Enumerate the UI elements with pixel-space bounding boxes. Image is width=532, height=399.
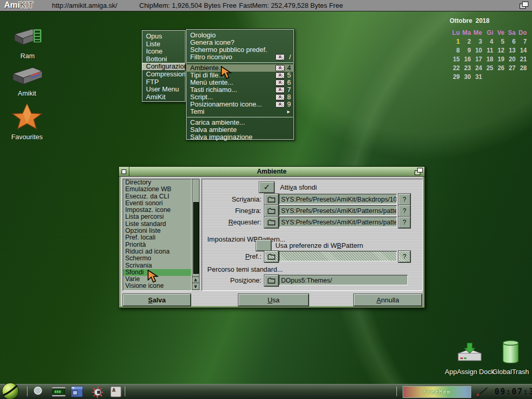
calendar-day: 30 <box>460 73 471 81</box>
menu-item[interactable]: Configurazione <box>142 63 185 71</box>
desktop-icon-label: GlobalTrash <box>490 368 531 376</box>
list-item[interactable]: Lista percorsi <box>123 214 191 220</box>
finestra-path-field[interactable]: SYS:Prefs/Presets/AmiKit/Patterns/patter… <box>279 205 397 216</box>
list-item[interactable]: Priorità <box>123 242 191 248</box>
taskbar-window-button[interactable] <box>71 386 83 399</box>
finestra-help-button[interactable]: ? <box>398 205 410 217</box>
list-item[interactable]: Directory <box>123 179 191 186</box>
desktop-icon-globaltrash[interactable]: GlobalTrash <box>490 339 531 376</box>
desktop-icon-favourites[interactable]: Favourites <box>3 103 51 141</box>
annulla-button[interactable]: Annulla <box>354 294 422 306</box>
requester-help-button[interactable]: ? <box>398 217 410 228</box>
menu-item[interactable]: FTP <box>142 78 185 86</box>
salva-button[interactable]: Salva <box>123 294 191 306</box>
calendar-day-headers: LuMaMeGiVeSaDo <box>449 29 527 36</box>
submenu-item[interactable]: Temi A ► <box>186 108 294 115</box>
scrivania-folder-button[interactable] <box>264 194 278 205</box>
calendar-day-header: Lu <box>449 29 460 36</box>
calendar-day: 8 <box>449 47 460 54</box>
list-item[interactable]: Impostaz. icone <box>123 207 191 214</box>
amikit-start-button[interactable] <box>1 382 20 399</box>
submenu-item[interactable]: Carica ambiente... <box>186 119 294 126</box>
submenu-item[interactable]: Posizionamento icone... A 9 <box>186 101 294 108</box>
window-depth-gadget-icon[interactable] <box>415 168 423 175</box>
menu-item[interactable]: Icone <box>142 48 185 56</box>
list-item[interactable]: Sfondi <box>123 269 191 276</box>
posizione-folder-button[interactable] <box>264 275 278 286</box>
submenu-arrow-icon: ► <box>286 108 291 115</box>
submenu-item[interactable]: Genera icone? A <box>186 39 294 46</box>
submenu-item[interactable]: Orologio A <box>186 32 294 39</box>
usa-wbpattern-checkbox[interactable] <box>256 240 271 251</box>
menu-item[interactable]: Compression <box>142 71 185 78</box>
calendar-month-title: Ottobre 2018 <box>450 17 527 24</box>
desktop-icon-ram[interactable]: Ram <box>7 27 48 60</box>
folder-icon <box>268 208 275 214</box>
submenu-item[interactable]: Salva impaginazione <box>186 134 294 141</box>
list-item[interactable]: Varie <box>123 276 191 283</box>
desktop-icon-amikit[interactable]: Amikit <box>6 65 48 97</box>
scrivania-help-button[interactable]: ? <box>398 194 410 205</box>
amiga-key-icon: A <box>275 94 285 100</box>
taskbar-search-button[interactable] <box>32 386 45 399</box>
submenu-item[interactable]: Schermo pubblico predef. A <box>186 46 294 54</box>
fastmem-status: FastMem: 252,479,528 Bytes Free <box>239 2 343 9</box>
screen-title-bar[interactable]: AmiKIT http://amikit.amiga.sk/ ChipMem: … <box>0 0 532 11</box>
finestra-folder-button[interactable] <box>264 205 278 217</box>
submenu-item[interactable]: Salva ambiente <box>186 126 294 134</box>
menu-item[interactable]: Bottoni <box>142 56 185 63</box>
screen-depth-gadget-icon[interactable] <box>520 2 529 9</box>
calendar-day: 18 <box>482 56 494 63</box>
list-item[interactable]: Visione icone <box>123 283 191 289</box>
taskbar-pencil-button[interactable] <box>475 387 489 399</box>
desktop-calendar: Ottobre 2018 LuMaMeGiVeSaDo 123456789101… <box>449 17 527 81</box>
freemem-gauge[interactable]: FreeMem <box>403 386 471 398</box>
menu-item[interactable]: AmiKit <box>142 94 185 101</box>
list-scrollbar[interactable]: ∧ ∨ <box>192 179 200 290</box>
taskbar-display-button[interactable] <box>52 386 65 399</box>
dopus-main-menu: OpusListeIconeBottoniConfigurazioneCompr… <box>141 30 186 102</box>
scroll-down-icon[interactable]: ∨ <box>192 283 199 289</box>
menu-item[interactable]: Liste <box>142 41 185 48</box>
posizione-path-field[interactable]: DOpus5:Themes/ <box>279 275 408 285</box>
usa-button[interactable]: Usa <box>238 294 309 306</box>
calendar-day <box>504 73 516 81</box>
menu-item[interactable]: Opus <box>142 33 185 41</box>
list-item[interactable]: Opzioni liste <box>123 228 191 234</box>
wbpattern-section-label: Impostazioni WBPattern... <box>207 235 285 243</box>
list-item[interactable]: Pref. locali <box>123 234 191 241</box>
desktop-icon-appassign-dock[interactable]: AppAssign Dock <box>445 342 495 376</box>
folder-icon <box>268 254 275 260</box>
attiva-sfondi-checkbox[interactable]: ✓ <box>259 182 274 193</box>
submenu-item[interactable]: Menù utente... A 6 <box>186 79 294 86</box>
requester-path-field[interactable]: SYS:Prefs/Presets/AmiKit/Patterns/patter… <box>279 217 397 227</box>
list-item[interactable]: Eventi sonori <box>123 200 191 207</box>
submenu-item[interactable]: Tipi di file... A 5 <box>186 72 294 79</box>
list-item[interactable]: Schermo <box>123 255 191 262</box>
submenu-item[interactable]: Script... A 8 <box>186 94 294 101</box>
scrivania-path-field[interactable]: SYS:Prefs/Presets/AmiKit/Backdrops/1024x… <box>279 194 397 204</box>
ram-drive-icon <box>10 27 45 49</box>
list-item[interactable]: Scrivania <box>123 262 191 269</box>
amiga-key-icon: A <box>275 72 285 78</box>
taskbar-keyboard-button[interactable]: A <box>110 386 122 399</box>
window-title-bar[interactable]: Ambiente <box>119 167 424 177</box>
list-item[interactable]: Liste standard <box>123 221 191 228</box>
pref-path-field <box>279 251 397 261</box>
submenu-item[interactable]: Tasti richiamo... A 7 <box>186 86 294 94</box>
taskbar-settings-button[interactable] <box>91 386 104 399</box>
folder-icon <box>268 196 275 203</box>
scrollbar-thumb[interactable] <box>193 202 199 274</box>
calendar-day: 22 <box>449 64 460 72</box>
menu-separator <box>187 117 293 117</box>
list-item[interactable]: Riduci ad icona <box>123 248 191 255</box>
submenu-item[interactable]: Filtro ricorsivo A / <box>186 54 294 61</box>
menu-item[interactable]: User Menu <box>142 86 185 94</box>
calendar-day: 4 <box>482 38 494 45</box>
taskbar-separator <box>396 387 397 396</box>
list-item[interactable]: Esecuz. da CLI <box>123 193 191 200</box>
submenu-item[interactable]: Ambiente... A 4 <box>186 64 294 72</box>
list-item[interactable]: Emulazione WB <box>123 186 191 193</box>
requester-folder-button[interactable] <box>264 217 278 228</box>
calendar-day: 9 <box>460 47 471 54</box>
